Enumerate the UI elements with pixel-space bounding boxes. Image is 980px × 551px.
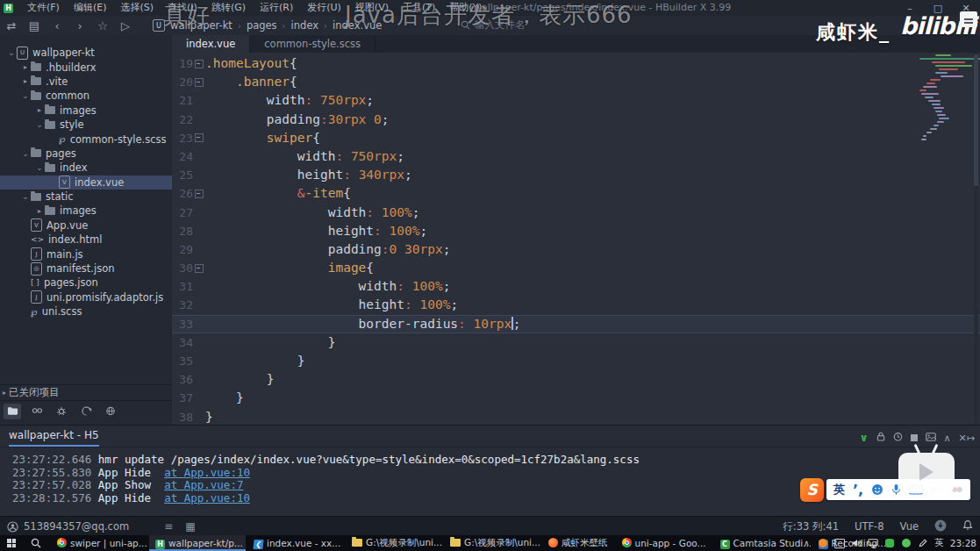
start-button[interactable] (0, 535, 23, 551)
taskbar-app-folder[interactable]: G:\视频录制\uni... (444, 535, 540, 551)
green-app-icon[interactable] (901, 538, 912, 548)
security-icon[interactable] (818, 538, 828, 548)
tree-item-manifest-json[interactable]: ◎manifest.json (0, 261, 172, 276)
log-source-link[interactable]: at App.vue:10 (164, 466, 250, 479)
file-search-box[interactable]: 输入文件名 (461, 18, 526, 32)
tree-item-index[interactable]: ⌄index (0, 161, 172, 175)
menu-item[interactable]: 运行(R) (253, 0, 300, 16)
tree-arrow-icon[interactable]: ⌄ (7, 48, 16, 57)
lock-icon[interactable] (876, 428, 885, 445)
tree-item-uni-scss[interactable]: ℘uni.scss (0, 304, 172, 318)
menu-item[interactable]: 选择(S) (113, 0, 161, 16)
star-icon[interactable]: ☆ (91, 19, 114, 32)
taskbar-app-chrome[interactable]: uni-app - Goo... (616, 535, 712, 551)
encoding-indicator[interactable]: UTF-8 (855, 520, 884, 533)
menu-item[interactable]: 视图(V) (348, 0, 396, 16)
tree-arrow-icon[interactable]: ▸ (21, 63, 30, 71)
wechat-icon[interactable] (884, 538, 895, 548)
save-icon[interactable]: ▤ (23, 19, 46, 32)
taskbar-app-vscode[interactable]: ❮index.vue - xx... (247, 535, 344, 551)
closed-projects-row[interactable]: ▸ 已关闭项目 (0, 384, 172, 399)
ime-indicator[interactable]: 英 (934, 537, 944, 549)
menu-item[interactable]: 跳转(G) (204, 0, 253, 16)
tree-arrow-icon[interactable]: ⌄ (35, 120, 44, 129)
forward-icon[interactable]: › (68, 19, 91, 32)
tree-item-main-js[interactable]: Jmain.js (0, 247, 172, 261)
close-icon[interactable]: ✕↦ (959, 428, 975, 445)
tree-item-pages[interactable]: ⌄pages (0, 147, 172, 161)
account-email[interactable]: 513894357@qq.com (24, 520, 129, 533)
taskbar-app-xiami[interactable]: 咸虾米壁纸 (542, 535, 614, 551)
menu-item[interactable]: 工具(T) (396, 0, 442, 16)
outline-icon[interactable]: ≡ (164, 520, 173, 533)
language-mode[interactable]: Vue (900, 520, 919, 533)
fold-toggle-icon[interactable] (193, 129, 205, 147)
tree-item-index-html[interactable]: <>index.html (0, 233, 172, 247)
tree-arrow-icon[interactable]: ▸ (21, 77, 30, 85)
fold-toggle-icon[interactable] (193, 54, 205, 73)
pen-icon[interactable] (918, 538, 928, 548)
menu-item[interactable]: 文件(F) (20, 0, 67, 16)
editor-scrollbar[interactable] (974, 53, 978, 425)
breadcrumb-item[interactable]: wallpaper-kt (170, 19, 232, 32)
breadcrumb-item[interactable]: index (291, 19, 318, 32)
ime-punctuation-icon[interactable]: ’, (853, 482, 863, 498)
ime-emoji-icon[interactable] (871, 483, 883, 496)
tree-item-style[interactable]: ⌄style (0, 118, 172, 132)
tree-item-common[interactable]: ⌄common (0, 89, 172, 103)
tab-index-vue[interactable]: index.vue (172, 35, 250, 53)
back-icon[interactable]: ‹ (46, 19, 68, 32)
tree-item-uni-promisify-adaptor-js[interactable]: Juni.promisify.adaptor.js (0, 290, 172, 304)
tree-item-common-style-scss[interactable]: ℘common-style.scss (0, 132, 172, 146)
debug-icon[interactable] (53, 404, 70, 419)
taskbar-app-hbuilderx[interactable]: Hwallpaper-kt/p... (149, 535, 246, 551)
console-tab[interactable]: wallpaper-kt - H5 (9, 429, 99, 447)
tree-item-wallpaper-kt[interactable]: ⌄Uwallpaper-kt (0, 46, 172, 60)
screenshot-icon[interactable] (834, 538, 845, 548)
speaker-icon[interactable] (851, 538, 862, 548)
code-editor[interactable]: 19.homeLayout{20 .banner{21 width: 750rp… (172, 53, 980, 426)
tab-common-style-scss[interactable]: common-style.scss (250, 35, 376, 53)
tree-item-app-vue[interactable]: VApp.vue (0, 218, 172, 233)
preview-icon[interactable]: ▦ (185, 520, 195, 533)
taskbar-app-chrome[interactable]: swiper | uni-ap... (51, 535, 147, 551)
update-download-icon[interactable] (934, 519, 947, 534)
tree-arrow-icon[interactable]: ⌄ (35, 163, 44, 172)
sync-icon[interactable]: ⇄ (0, 19, 23, 32)
tree-arrow-icon[interactable]: ⌄ (21, 149, 30, 158)
tree-item-index-vue[interactable]: Vindex.vue (0, 175, 172, 190)
tree-arrow-icon[interactable]: ⌄ (21, 192, 30, 201)
ime-mode-toggle[interactable]: 英 (833, 482, 845, 497)
fold-toggle-icon[interactable] (193, 259, 205, 277)
web-icon[interactable] (102, 404, 119, 419)
display-icon[interactable] (868, 538, 878, 548)
menu-item[interactable]: 发行(U) (300, 0, 348, 16)
tree-arrow-icon[interactable]: ⌄ (21, 91, 30, 100)
log-source-link[interactable]: at App.vue:10 (164, 491, 250, 504)
menu-item[interactable]: 编辑(E) (67, 0, 114, 16)
explorer-icon[interactable] (4, 404, 21, 419)
log-source-link[interactable]: at App.vue:7 (164, 478, 243, 491)
run-icon[interactable]: ▷ (114, 19, 137, 32)
tree-item-pages-json[interactable]: [ ]pages.json (0, 276, 172, 290)
tree-item-static[interactable]: ⌄static (0, 190, 172, 204)
tree-item-images[interactable]: ▸images (0, 104, 172, 118)
tree-arrow-icon[interactable]: ▸ (35, 106, 44, 114)
taskbar-app-folder[interactable]: G:\视频录制\uni... (346, 535, 442, 551)
tree-item-images[interactable]: ▸images (0, 204, 172, 218)
sogou-logo-icon[interactable]: S (800, 478, 824, 502)
taskbar-search-button[interactable] (23, 535, 49, 551)
notifications-bell-icon[interactable] (962, 519, 973, 533)
menu-item[interactable]: 查找(I) (161, 0, 204, 16)
chevron-up-icon[interactable]: ∧ (801, 538, 812, 548)
tree-arrow-icon[interactable]: ▸ (35, 207, 44, 215)
breadcrumb-item[interactable]: pages (247, 19, 277, 32)
breadcrumb-item[interactable]: index.vue (333, 19, 382, 32)
run-config-dropdown-icon[interactable]: ∨ (860, 428, 869, 445)
taskbar-app-camtasia[interactable]: CCamtasia Studi... (714, 535, 811, 551)
tree-item--vite[interactable]: ▸.vite (0, 75, 172, 89)
taskbar-clock[interactable]: 23:28 (950, 538, 976, 548)
search-icon[interactable] (28, 404, 46, 419)
fold-toggle-icon[interactable] (193, 184, 205, 203)
tree-item--hbuilderx[interactable]: ▸.hbuilderx (0, 60, 172, 74)
